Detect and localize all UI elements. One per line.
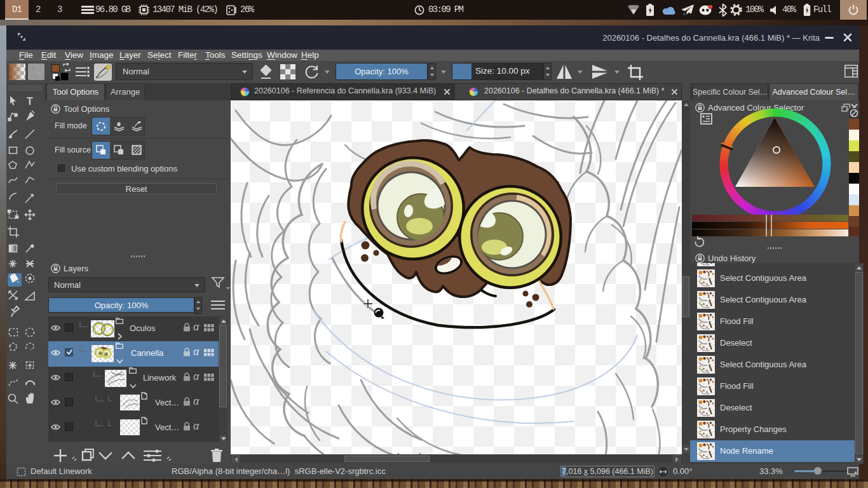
svg-text:T: T	[27, 96, 33, 107]
